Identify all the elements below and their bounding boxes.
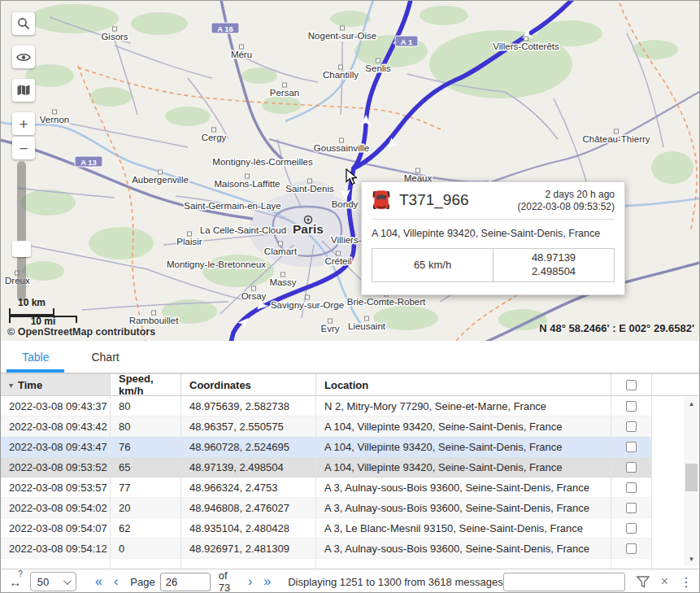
first-page-button[interactable]: « xyxy=(89,574,108,589)
table-row[interactable]: 2022-03-08 09:43:428048.96357, 2.550575A… xyxy=(1,416,700,437)
cell-speed: 76 xyxy=(111,437,181,457)
page-size-select[interactable]: 50 xyxy=(30,572,76,591)
cell-speed: 0 xyxy=(111,538,181,559)
plus-icon: + xyxy=(19,116,28,132)
tab-table[interactable]: Table xyxy=(1,341,70,373)
village-marker xyxy=(252,286,256,290)
header-time[interactable]: ▾ Time xyxy=(1,374,111,395)
cell-location: N 2, Mitry-Mory 77290, Seine-et-Marne, F… xyxy=(316,396,611,416)
tab-chart[interactable]: Chart xyxy=(70,341,140,373)
cursor-coordinates: N 48° 58.2466' : E 002° 29.6582' xyxy=(539,322,694,334)
table-scrollbar[interactable]: ▲ ▼ xyxy=(684,397,699,565)
prev-page-button[interactable]: ‹ xyxy=(108,574,124,589)
cell-coordinates: 48.926971, 2.481309 xyxy=(181,538,316,559)
last-page-button[interactable]: » xyxy=(258,574,276,589)
map-city-label: Clamart xyxy=(264,246,298,256)
map-city-label: Aubergenville xyxy=(132,175,189,185)
map-city-label: Montigny-le-Bretonneux xyxy=(167,259,266,269)
cell-checkbox xyxy=(611,416,652,437)
village-marker xyxy=(339,65,343,69)
zoom-out-button[interactable]: − xyxy=(12,137,35,159)
table-row[interactable]: 2022-03-08 09:53:577748.966324, 2.4753A … xyxy=(1,477,700,498)
row-checkbox[interactable] xyxy=(626,401,637,412)
village-marker xyxy=(306,295,310,299)
header-speed[interactable]: Speed, km/h xyxy=(111,374,181,395)
search-button[interactable] xyxy=(12,12,35,35)
map-city-label: Évry xyxy=(321,324,340,334)
zoom-slider-track[interactable] xyxy=(17,161,26,301)
row-checkbox[interactable] xyxy=(626,503,637,513)
cell-time: 2022-03-08 09:54:02 xyxy=(1,498,111,518)
more-options-button[interactable]: ⋮ xyxy=(680,574,693,590)
road-shield-label: A 16 xyxy=(217,24,233,33)
map-city-label: Lieusaint xyxy=(348,321,386,331)
cell-coordinates: 48.960728, 2.524695 xyxy=(181,437,316,457)
page-size-value: 50 xyxy=(37,576,49,588)
map-city-label: Méru xyxy=(231,50,252,59)
village-marker xyxy=(337,251,341,255)
messages-table: ▾ Time Speed, km/h Coordinates Location … xyxy=(1,373,700,569)
village-marker xyxy=(283,83,287,87)
row-checkbox[interactable] xyxy=(626,523,637,534)
row-checkbox[interactable] xyxy=(626,442,637,452)
cell-time: 2022-03-08 09:43:37 xyxy=(1,396,111,416)
cell-coordinates: 48.97139, 2.498504 xyxy=(181,457,316,477)
header-coordinates[interactable]: Coordinates xyxy=(181,374,316,395)
row-checkbox[interactable] xyxy=(626,543,637,554)
osm-attribution[interactable]: © OpenStreetMap contributors xyxy=(7,326,155,338)
map-city-label: Cergy xyxy=(202,133,227,142)
village-marker xyxy=(328,319,333,323)
fit-columns-button[interactable]: ↔ ? xyxy=(9,575,22,589)
eye-icon xyxy=(16,52,31,63)
cell-coordinates: 48.966324, 2.4753 xyxy=(181,477,316,498)
map-city-label: Brie-Comte-Robert xyxy=(347,297,426,307)
cell-checkbox xyxy=(611,518,652,538)
scroll-up-icon[interactable]: ▲ xyxy=(684,397,699,410)
visibility-button[interactable] xyxy=(12,46,35,68)
village-marker xyxy=(246,174,250,178)
filter-input[interactable] xyxy=(503,573,625,591)
header-location[interactable]: Location xyxy=(316,374,611,395)
map-city-label: Orsay xyxy=(241,291,267,301)
table-row[interactable]: 2022-03-08 09:53:526548.97139, 2.498504A… xyxy=(1,457,700,477)
cell-location: A 104, Villepinte 93420, Seine-Saint-Den… xyxy=(316,457,611,477)
row-checkbox[interactable] xyxy=(626,462,637,473)
row-checkbox[interactable] xyxy=(626,421,637,432)
table-row[interactable]: 2022-03-08 09:43:378048.975639, 2.582738… xyxy=(1,396,700,416)
map-scale: 10 km 10 mi xyxy=(9,308,77,323)
table-row[interactable]: 2022-03-08 09:54:076248.935104, 2.480428… xyxy=(1,518,700,538)
chevron-down-icon xyxy=(63,577,72,585)
map-city-label: Gisors xyxy=(101,32,128,41)
map-city-label: Vernon xyxy=(40,115,69,124)
clear-filter-button[interactable]: × xyxy=(661,574,668,589)
scrollbar-thumb[interactable] xyxy=(685,464,698,491)
filter-button[interactable] xyxy=(637,576,650,588)
map-city-label: Créteil xyxy=(324,256,351,266)
village-marker xyxy=(152,311,156,315)
table-row[interactable]: 2022-03-08 09:43:477648.960728, 2.524695… xyxy=(1,437,700,457)
zoom-in-button[interactable]: + xyxy=(12,112,35,135)
table-row[interactable]: 2022-03-08 09:54:022048.946808, 2.476027… xyxy=(1,498,700,518)
select-all-checkbox[interactable] xyxy=(626,380,637,390)
map-canvas[interactable]: GisorsMéruNogent-sur-OiseChantillySenlis… xyxy=(1,1,700,341)
cell-coordinates: 48.96357, 2.550575 xyxy=(181,416,316,437)
zoom-slider-handle[interactable] xyxy=(12,241,31,257)
row-checkbox[interactable] xyxy=(626,482,637,493)
kebab-menu-icon: ⋮ xyxy=(680,574,693,590)
map-city-label: La Celle-Saint-Cloud xyxy=(200,225,286,235)
cell-time: 2022-03-08 09:53:52 xyxy=(1,457,111,477)
next-page-button[interactable]: › xyxy=(242,574,258,589)
scroll-down-icon[interactable]: ▼ xyxy=(684,552,699,565)
header-select-all[interactable] xyxy=(611,374,652,395)
map-city-label: Persan xyxy=(270,88,299,98)
page-number-input[interactable] xyxy=(160,573,211,591)
cell-checkbox xyxy=(611,498,652,518)
map-layers-button[interactable] xyxy=(12,79,35,102)
village-marker xyxy=(341,26,345,30)
village-marker xyxy=(113,27,117,31)
map-city-label: Nogent-sur-Oise xyxy=(308,31,376,41)
cell-time: 2022-03-08 09:43:42 xyxy=(1,416,111,437)
cell-location: A 3, Aulnay-sous-Bois 93600, Seine-Saint… xyxy=(316,538,611,559)
table-row[interactable]: 2022-03-08 09:54:12048.926971, 2.481309A… xyxy=(1,538,700,559)
village-marker xyxy=(340,138,344,142)
